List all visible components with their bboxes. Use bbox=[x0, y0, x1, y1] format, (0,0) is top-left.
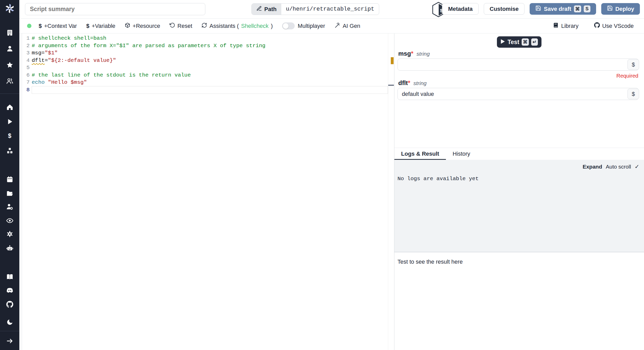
code-line-4[interactable]: 4dflt="${2:-default value}" bbox=[19, 57, 388, 64]
star-icon[interactable] bbox=[0, 61, 19, 69]
boxes-icon[interactable] bbox=[0, 146, 19, 155]
metadata-button[interactable]: Metadata bbox=[442, 3, 478, 15]
code-line-5[interactable]: 5 bbox=[19, 64, 388, 72]
no-logs-message: No logs are available yet bbox=[397, 176, 479, 182]
assistants-suffix: ) bbox=[271, 23, 273, 29]
customise-button[interactable]: Customise bbox=[484, 3, 524, 15]
multiplayer-text: Multiplayer bbox=[298, 23, 325, 29]
line-content: # the last line of the stdout is the ret… bbox=[30, 72, 191, 79]
save-draft-label: Save draft bbox=[544, 6, 571, 12]
play-icon[interactable] bbox=[0, 117, 19, 126]
dollar-icon: $ bbox=[39, 23, 42, 29]
variable-button[interactable]: $+Variable bbox=[86, 23, 115, 29]
settings-icon[interactable] bbox=[0, 230, 19, 238]
result-hint: Test to see the result here bbox=[397, 259, 463, 265]
folder-open-icon[interactable] bbox=[0, 189, 19, 198]
calendar-icon[interactable] bbox=[0, 175, 19, 184]
code-editor[interactable]: 1# shellcheck shell=bash2# arguments of … bbox=[19, 34, 394, 350]
required-asterisk: * bbox=[411, 50, 413, 57]
eye-icon[interactable] bbox=[0, 216, 19, 225]
line-number: 3 bbox=[19, 49, 30, 57]
dollar-icon[interactable]: $ bbox=[0, 131, 19, 140]
robot-icon[interactable] bbox=[0, 244, 19, 253]
rotate-ccw-icon bbox=[170, 22, 175, 30]
users-icon[interactable] bbox=[0, 77, 19, 85]
tab-history[interactable]: History bbox=[446, 148, 477, 160]
resource-button[interactable]: +Resource bbox=[125, 22, 160, 30]
script-path-value[interactable]: u/henri/retractable_script bbox=[281, 4, 379, 15]
code-area[interactable]: 1# shellcheck shell=bash2# arguments of … bbox=[19, 35, 388, 94]
path-button-label: Path bbox=[264, 6, 277, 13]
dflt-input[interactable] bbox=[397, 88, 639, 100]
editor-overview-ruler[interactable] bbox=[388, 34, 394, 350]
deploy-button[interactable]: Deploy bbox=[601, 3, 640, 15]
sidebar-divider bbox=[0, 94, 19, 94]
test-button[interactable]: Test ⌘ ↵ bbox=[497, 36, 541, 48]
ai-gen-button[interactable]: AI Gen bbox=[334, 22, 360, 30]
windmill-logo[interactable] bbox=[0, 3, 19, 14]
book-open-icon[interactable] bbox=[0, 272, 19, 281]
field-type: string bbox=[413, 80, 427, 86]
script-summary-input[interactable] bbox=[25, 3, 205, 15]
metadata-button-label: Metadata bbox=[448, 6, 472, 12]
code-line-2[interactable]: 2# arguments of the form X="$I" are pars… bbox=[19, 42, 388, 50]
arrow-right-icon[interactable] bbox=[0, 337, 19, 345]
library-button[interactable]: Library bbox=[553, 22, 578, 30]
required-asterisk: * bbox=[408, 79, 410, 86]
code-line-3[interactable]: 3msg="$1" bbox=[19, 49, 388, 57]
user-cog-icon[interactable] bbox=[0, 202, 19, 211]
insert-variable-button[interactable]: $ bbox=[628, 59, 639, 70]
discord-icon[interactable] bbox=[0, 286, 19, 295]
line-content: # shellcheck shell=bash bbox=[30, 35, 106, 42]
kbd-cmd: ⌘ bbox=[522, 38, 529, 46]
multiplayer-toggle[interactable] bbox=[282, 22, 295, 29]
github-icon[interactable] bbox=[0, 300, 19, 309]
result-pane: Test to see the result here bbox=[394, 252, 644, 350]
check-icon[interactable]: ✓ bbox=[635, 163, 639, 170]
status-dot bbox=[27, 24, 31, 28]
autoscroll-label[interactable]: Auto scroll bbox=[606, 164, 631, 170]
code-line-6[interactable]: 6# the last line of the stdout is the re… bbox=[19, 72, 388, 79]
user-icon[interactable] bbox=[0, 44, 19, 53]
line-content: msg="$1" bbox=[30, 49, 58, 57]
edit-path-button[interactable]: Path bbox=[252, 4, 281, 15]
field-type: string bbox=[417, 51, 430, 57]
line-number: 8 bbox=[19, 86, 30, 94]
tab-label: History bbox=[453, 151, 470, 157]
contextvar-button[interactable]: $+Context Var bbox=[39, 23, 77, 29]
building-icon[interactable] bbox=[0, 28, 19, 37]
library-label: Library bbox=[561, 23, 578, 29]
logs-pane: Expand Auto scroll ✓ No logs are availab… bbox=[394, 160, 644, 252]
cube-icon bbox=[125, 22, 130, 30]
use-vscode-label: Use VScode bbox=[602, 23, 634, 29]
refresh-icon bbox=[201, 22, 207, 30]
reset-button[interactable]: Reset bbox=[170, 22, 192, 30]
code-line-8[interactable]: 8 bbox=[19, 86, 388, 94]
tab-logs-result[interactable]: Logs & Result bbox=[394, 148, 446, 160]
line-number: 5 bbox=[19, 64, 30, 72]
line-number: 2 bbox=[19, 42, 30, 50]
code-line-1[interactable]: 1# shellcheck shell=bash bbox=[19, 35, 388, 42]
field-label-msg: msg*string bbox=[398, 50, 430, 57]
dollar-suffix-label: $ bbox=[632, 91, 635, 97]
code-line-7[interactable]: 7echo "Hello $msg" bbox=[19, 79, 388, 86]
assistant-name: Shellcheck bbox=[241, 23, 268, 29]
insert-variable-button[interactable]: $ bbox=[628, 89, 639, 99]
assistants-button[interactable]: Assistants (Shellcheck) bbox=[201, 22, 273, 30]
use-vscode-button[interactable]: Use VScode bbox=[594, 22, 634, 30]
windmill-script-editor: $ Path u/henri/retractable_script $ bbox=[0, 0, 644, 350]
field-name: dflt bbox=[398, 79, 408, 86]
save-draft-button[interactable]: Save draft ⌘ S bbox=[530, 3, 596, 15]
home-icon[interactable] bbox=[0, 103, 19, 112]
deploy-label: Deploy bbox=[615, 6, 634, 12]
moon-icon[interactable] bbox=[0, 318, 19, 327]
line-content bbox=[30, 64, 32, 72]
line-content: echo "Hello $msg" bbox=[30, 79, 87, 86]
line-number: 1 bbox=[19, 35, 30, 42]
topbar: Path u/henri/retractable_script $ Metada… bbox=[19, 0, 644, 19]
sidebar-divider bbox=[0, 331, 19, 331]
dollar-icon: $ bbox=[86, 23, 89, 29]
save-icon bbox=[607, 5, 613, 13]
expand-button[interactable]: Expand bbox=[583, 164, 602, 170]
msg-input[interactable] bbox=[397, 59, 639, 71]
